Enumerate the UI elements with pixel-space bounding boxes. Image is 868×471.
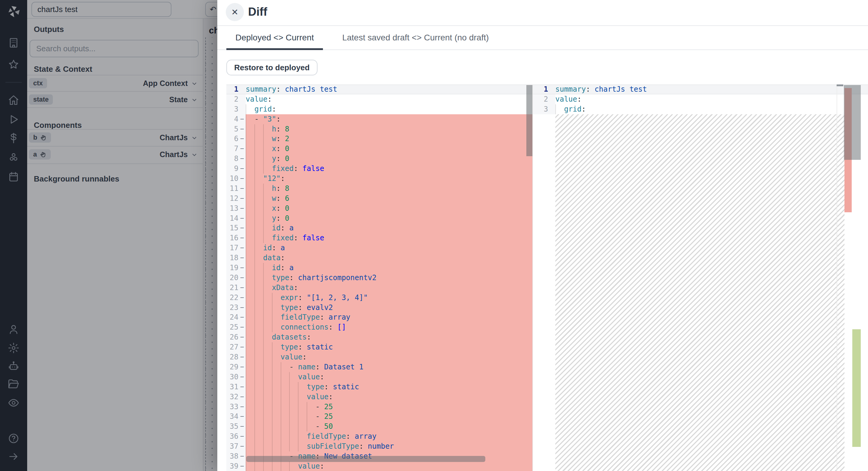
deleted-line-marker: − bbox=[239, 204, 246, 213]
code-line: 5− h: 8 bbox=[226, 124, 532, 134]
deleted-line-marker: − bbox=[239, 283, 246, 293]
line-number: 8 bbox=[226, 154, 239, 164]
right-editor-scrollbar-cap bbox=[837, 85, 843, 86]
line-number: 6 bbox=[226, 134, 239, 144]
line-number: 29 bbox=[226, 362, 239, 372]
deleted-line-marker: − bbox=[239, 154, 246, 164]
line-number: 5 bbox=[226, 124, 239, 134]
code-line: 13− x: 0 bbox=[226, 204, 532, 213]
line-number: 21 bbox=[226, 283, 239, 293]
close-icon[interactable]: ✕ bbox=[226, 3, 244, 21]
deleted-line-marker: − bbox=[239, 183, 246, 194]
code-line: 36− fieldType: array bbox=[226, 432, 532, 441]
right-editor-scrollbar-separator bbox=[837, 85, 837, 471]
line-number: 19 bbox=[226, 263, 239, 273]
deleted-line-marker: − bbox=[239, 332, 246, 342]
code-line: 2value: bbox=[533, 94, 868, 104]
code-line: 25− connections: [] bbox=[226, 322, 532, 332]
code-line: 10− "12": bbox=[226, 174, 532, 183]
line-number: 34 bbox=[226, 412, 239, 422]
deleted-line-marker bbox=[548, 94, 555, 104]
code-line: 1summary: chartJs test bbox=[226, 85, 532, 94]
diff-tabs: Deployed <> Current Latest saved draft <… bbox=[217, 26, 868, 50]
deleted-line-marker: − bbox=[239, 312, 246, 322]
code-line: 17− id: a bbox=[226, 243, 532, 253]
line-number: 31 bbox=[226, 382, 239, 392]
line-number: 27 bbox=[226, 342, 239, 352]
line-number: 9 bbox=[226, 164, 239, 174]
deleted-line-marker: − bbox=[239, 362, 246, 372]
deleted-line-marker bbox=[239, 85, 246, 94]
deleted-line-marker: − bbox=[239, 342, 246, 352]
code-line: 37− subFieldType: number bbox=[226, 441, 532, 451]
diff-modal-header: ✕ Diff bbox=[217, 0, 868, 26]
code-line: 35− - 50 bbox=[226, 422, 532, 432]
code-line: 11− h: 8 bbox=[226, 183, 532, 194]
line-number: 2 bbox=[533, 94, 548, 104]
line-number: 24 bbox=[226, 312, 239, 322]
code-line: 29− - name: Dataset 1 bbox=[226, 362, 532, 372]
code-line: 8− y: 0 bbox=[226, 154, 532, 164]
code-line: 39− value: bbox=[226, 461, 532, 471]
diff-editor-current[interactable]: 1summary: chartJs test2value:3 grid: bbox=[533, 85, 868, 471]
line-number: 3 bbox=[533, 104, 548, 114]
line-number: 3 bbox=[226, 104, 239, 114]
line-number: 28 bbox=[226, 352, 239, 362]
line-number: 22 bbox=[226, 293, 239, 303]
line-number: 4 bbox=[226, 114, 239, 124]
code-line: 9− fixed: false bbox=[226, 164, 532, 174]
code-line: 12− w: 6 bbox=[226, 194, 532, 204]
code-line: 4− - "3": bbox=[226, 114, 532, 124]
code-line: 27− type: static bbox=[226, 342, 532, 352]
deleted-line-marker: − bbox=[239, 303, 246, 313]
code-line: 24− fieldType: array bbox=[226, 312, 532, 322]
line-number: 7 bbox=[226, 144, 239, 154]
line-number: 38 bbox=[226, 451, 239, 461]
deleted-line-marker: − bbox=[239, 322, 246, 332]
code-line: 20− type: chartjscomponentv2 bbox=[226, 273, 532, 283]
deleted-line-marker: − bbox=[239, 114, 246, 124]
right-editor-vertical-scrollbar[interactable] bbox=[844, 85, 861, 160]
restore-to-deployed-button[interactable]: Restore to deployed bbox=[226, 60, 317, 75]
deleted-line-marker: − bbox=[239, 243, 246, 253]
code-line: 33− - 25 bbox=[226, 402, 532, 412]
deleted-line-marker: − bbox=[239, 174, 246, 183]
line-number: 12 bbox=[226, 194, 239, 204]
line-number: 18 bbox=[226, 253, 239, 263]
left-editor-horizontal-scrollbar[interactable] bbox=[246, 456, 485, 462]
code-line: 7− x: 0 bbox=[226, 144, 532, 154]
code-line: 22− expr: "[1, 2, 3, 4]" bbox=[226, 293, 532, 303]
deleted-line-marker: − bbox=[239, 441, 246, 451]
deleted-line-marker: − bbox=[239, 124, 246, 134]
line-number: 10 bbox=[226, 174, 239, 183]
line-number: 1 bbox=[226, 85, 239, 94]
line-number: 36 bbox=[226, 432, 239, 441]
code-line: 31− type: static bbox=[226, 382, 532, 392]
line-number: 17 bbox=[226, 243, 239, 253]
code-line: 30− value: bbox=[226, 372, 532, 382]
code-line: 3 grid: bbox=[533, 104, 868, 114]
deleted-line-marker: − bbox=[239, 352, 246, 362]
deleted-line-marker: − bbox=[239, 392, 246, 402]
line-number: 33 bbox=[226, 402, 239, 412]
deleted-line-marker bbox=[239, 94, 246, 104]
line-number: 26 bbox=[226, 332, 239, 342]
tab-deployed-current[interactable]: Deployed <> Current bbox=[226, 26, 323, 49]
code-line: 19− id: a bbox=[226, 263, 532, 273]
deleted-line-marker: − bbox=[239, 233, 246, 243]
left-editor-vertical-scrollbar[interactable] bbox=[526, 85, 533, 156]
deleted-line-marker: − bbox=[239, 372, 246, 382]
deleted-line-marker bbox=[548, 85, 555, 94]
code-line: 3 grid: bbox=[226, 104, 532, 114]
tab-draft-current[interactable]: Latest saved draft <> Current (no draft) bbox=[333, 26, 498, 49]
code-line: 21− xData: bbox=[226, 283, 532, 293]
code-line: 26− datasets: bbox=[226, 332, 532, 342]
line-number: 20 bbox=[226, 273, 239, 283]
line-number: 25 bbox=[226, 322, 239, 332]
deleted-line-marker: − bbox=[239, 213, 246, 224]
deleted-line-marker: − bbox=[239, 382, 246, 392]
deleted-line-marker: − bbox=[239, 293, 246, 303]
deleted-line-marker: − bbox=[239, 164, 246, 174]
diff-editor-deployed[interactable]: 1summary: chartJs test2value:3 grid:4− -… bbox=[226, 85, 533, 471]
deleted-line-marker bbox=[548, 104, 555, 114]
